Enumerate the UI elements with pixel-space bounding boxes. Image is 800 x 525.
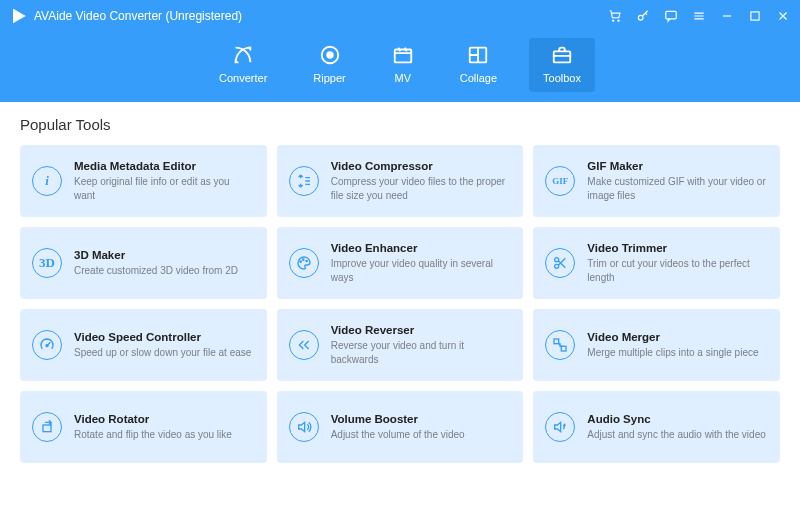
mv-icon: [392, 44, 414, 68]
card-desc: Make customized GIF with your video or i…: [587, 175, 766, 202]
tab-converter[interactable]: Converter: [205, 38, 281, 92]
cart-icon[interactable]: [608, 9, 622, 23]
volume-icon: [289, 412, 319, 442]
tool-card-volume[interactable]: Volume Booster Adjust the volume of the …: [277, 391, 524, 463]
card-title: Media Metadata Editor: [74, 160, 253, 172]
tab-mv[interactable]: MV: [378, 38, 428, 92]
compress-icon: [289, 166, 319, 196]
card-text: Audio Sync Adjust and sync the audio wit…: [587, 413, 766, 442]
collage-icon: [467, 44, 489, 68]
card-title: Video Enhancer: [331, 242, 510, 254]
tab-collage[interactable]: Collage: [446, 38, 511, 92]
card-desc: Trim or cut your videos to the perfect l…: [587, 257, 766, 284]
converter-icon: [232, 44, 254, 68]
tool-card-speed[interactable]: Video Speed Controller Speed up or slow …: [20, 309, 267, 381]
tool-card-reverse[interactable]: Video Reverser Reverse your video and tu…: [277, 309, 524, 381]
svg-point-12: [306, 260, 307, 261]
card-text: Video Speed Controller Speed up or slow …: [74, 331, 253, 360]
card-desc: Keep original file info or edit as you w…: [74, 175, 253, 202]
tool-card-palette[interactable]: Video Enhancer Improve your video qualit…: [277, 227, 524, 299]
close-icon[interactable]: [776, 9, 790, 23]
card-title: GIF Maker: [587, 160, 766, 172]
app-window: AVAide Video Converter (Unregistered) Co…: [0, 0, 800, 525]
content-area: Popular Tools i Media Metadata Editor Ke…: [0, 102, 800, 525]
tool-card-compress[interactable]: Video Compressor Compress your video fil…: [277, 145, 524, 217]
svg-point-2: [638, 15, 643, 20]
svg-point-6: [327, 52, 333, 58]
svg-rect-16: [554, 339, 559, 344]
card-title: Video Rotator: [74, 413, 253, 425]
nav-tabs: ConverterRipperMVCollageToolbox: [0, 32, 800, 102]
card-text: Video Reverser Reverse your video and tu…: [331, 324, 510, 366]
header: AVAide Video Converter (Unregistered) Co…: [0, 0, 800, 102]
card-text: Video Merger Merge multiple clips into a…: [587, 331, 766, 360]
tool-card-merge[interactable]: Video Merger Merge multiple clips into a…: [533, 309, 780, 381]
menu-icon[interactable]: [692, 9, 706, 23]
tab-ripper[interactable]: Ripper: [299, 38, 359, 92]
card-title: Volume Booster: [331, 413, 510, 425]
sync-icon: [545, 412, 575, 442]
svg-rect-17: [562, 346, 567, 351]
card-text: Volume Booster Adjust the volume of the …: [331, 413, 510, 442]
card-text: Media Metadata Editor Keep original file…: [74, 160, 253, 202]
gif-icon: GIF: [545, 166, 575, 196]
maximize-icon[interactable]: [748, 9, 762, 23]
card-desc: Adjust and sync the audio with the video: [587, 428, 766, 442]
rotate-icon: [32, 412, 62, 442]
card-text: GIF Maker Make customized GIF with your …: [587, 160, 766, 202]
card-desc: Adjust the volume of the video: [331, 428, 510, 442]
svg-point-1: [618, 20, 619, 21]
svg-point-0: [613, 20, 614, 21]
scissors-icon: [545, 248, 575, 278]
palette-icon: [289, 248, 319, 278]
tab-label: Collage: [460, 72, 497, 84]
card-desc: Compress your video files to the proper …: [331, 175, 510, 202]
chat-icon[interactable]: [664, 9, 678, 23]
svg-point-15: [46, 345, 48, 347]
3d-icon: 3D: [32, 248, 62, 278]
card-desc: Create customized 3D video from 2D: [74, 264, 253, 278]
card-text: 3D Maker Create customized 3D video from…: [74, 249, 253, 278]
tab-toolbox[interactable]: Toolbox: [529, 38, 595, 92]
section-title: Popular Tools: [20, 116, 780, 133]
svg-rect-7: [394, 50, 411, 63]
tool-card-scissors[interactable]: Video Trimmer Trim or cut your videos to…: [533, 227, 780, 299]
card-title: Video Reverser: [331, 324, 510, 336]
merge-icon: [545, 330, 575, 360]
title-controls: [608, 9, 790, 23]
tool-card-sync[interactable]: Audio Sync Adjust and sync the audio wit…: [533, 391, 780, 463]
tool-card-3d[interactable]: 3D 3D Maker Create customized 3D video f…: [20, 227, 267, 299]
tool-card-rotate[interactable]: Video Rotator Rotate and flip the video …: [20, 391, 267, 463]
tool-card-info[interactable]: i Media Metadata Editor Keep original fi…: [20, 145, 267, 217]
tools-grid: i Media Metadata Editor Keep original fi…: [20, 145, 780, 463]
card-text: Video Enhancer Improve your video qualit…: [331, 242, 510, 284]
card-text: Video Compressor Compress your video fil…: [331, 160, 510, 202]
svg-rect-4: [751, 12, 759, 20]
svg-point-10: [300, 261, 301, 262]
app-logo: AVAide Video Converter (Unregistered): [10, 7, 242, 25]
app-title: AVAide Video Converter (Unregistered): [34, 9, 242, 23]
toolbox-icon: [551, 44, 573, 68]
tab-label: Toolbox: [543, 72, 581, 84]
tab-label: Converter: [219, 72, 267, 84]
reverse-icon: [289, 330, 319, 360]
card-title: Video Merger: [587, 331, 766, 343]
card-desc: Rotate and flip the video as you like: [74, 428, 253, 442]
card-desc: Merge multiple clips into a single piece: [587, 346, 766, 360]
svg-point-11: [302, 259, 303, 260]
key-icon[interactable]: [636, 9, 650, 23]
svg-rect-18: [43, 425, 51, 432]
card-desc: Reverse your video and turn it backwards: [331, 339, 510, 366]
titlebar: AVAide Video Converter (Unregistered): [0, 0, 800, 32]
speed-icon: [32, 330, 62, 360]
svg-rect-9: [554, 51, 571, 62]
info-icon: i: [32, 166, 62, 196]
ripper-icon: [319, 44, 341, 68]
card-desc: Speed up or slow down your file at ease: [74, 346, 253, 360]
minimize-icon[interactable]: [720, 9, 734, 23]
tool-card-gif[interactable]: GIF GIF Maker Make customized GIF with y…: [533, 145, 780, 217]
logo-icon: [10, 7, 28, 25]
card-text: Video Trimmer Trim or cut your videos to…: [587, 242, 766, 284]
card-title: Audio Sync: [587, 413, 766, 425]
card-title: 3D Maker: [74, 249, 253, 261]
